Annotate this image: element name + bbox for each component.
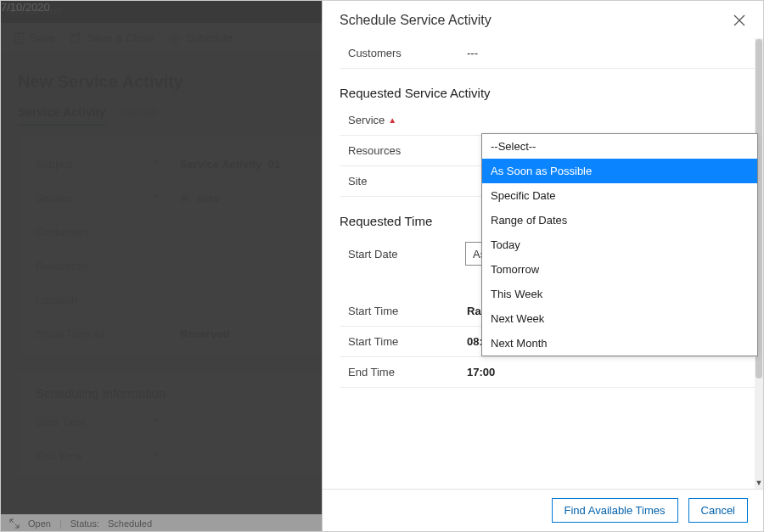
close-icon[interactable]: [733, 14, 746, 27]
panel-value-end-time: 17:00: [467, 366, 495, 378]
panel-value-customers: ---: [467, 47, 478, 59]
panel-label-resources: Resources: [348, 144, 467, 157]
panel-field-end-time[interactable]: End Time 17:00: [340, 357, 758, 388]
dd-opt-today[interactable]: Today: [482, 232, 757, 257]
dd-opt-this-week[interactable]: This Week: [482, 282, 757, 306]
panel-label-customers: Customers: [348, 47, 467, 59]
panel-title: Schedule Service Activity: [340, 13, 492, 28]
panel-label-end-time: End Time: [348, 366, 467, 378]
panel-header: Schedule Service Activity: [323, 1, 763, 38]
find-available-times-button[interactable]: Find Available Times: [552, 498, 678, 523]
panel-label-start-date: Start Date: [348, 248, 467, 260]
panel-field-service[interactable]: Service▲: [340, 105, 758, 136]
panel-body: ▼ Customers --- --Select-- As Soon as Po…: [323, 38, 763, 489]
dd-opt-next-month[interactable]: Next Month: [482, 331, 757, 356]
dd-opt-tomorrow[interactable]: Tomorrow: [482, 257, 757, 282]
panel-field-customers[interactable]: Customers ---: [340, 38, 758, 69]
dd-opt-next-week[interactable]: Next Week: [482, 306, 757, 331]
requested-activity-heading: Requested Service Activity: [340, 86, 758, 100]
dd-opt-specific-date[interactable]: Specific Date: [482, 183, 757, 208]
dd-opt-select[interactable]: --Select--: [482, 134, 757, 159]
cancel-button[interactable]: Cancel: [688, 498, 748, 523]
panel-label-service: Service▲: [348, 114, 467, 126]
schedule-panel: Schedule Service Activity ▼ Customers --…: [322, 1, 763, 531]
panel-label-start-time-range: Start Time: [348, 305, 467, 317]
dd-opt-range-dates[interactable]: Range of Dates: [482, 208, 757, 232]
modal-backdrop: [1, 1, 322, 531]
panel-label-site: Site: [348, 175, 467, 188]
panel-label-start-time: Start Time: [348, 335, 467, 348]
dd-opt-asap[interactable]: As Soon as Possible: [482, 159, 757, 183]
start-date-dropdown: --Select-- As Soon as Possible Specific …: [481, 133, 758, 356]
panel-footer: Find Available Times Cancel: [323, 489, 763, 531]
scroll-down-arrow[interactable]: ▼: [755, 479, 763, 487]
